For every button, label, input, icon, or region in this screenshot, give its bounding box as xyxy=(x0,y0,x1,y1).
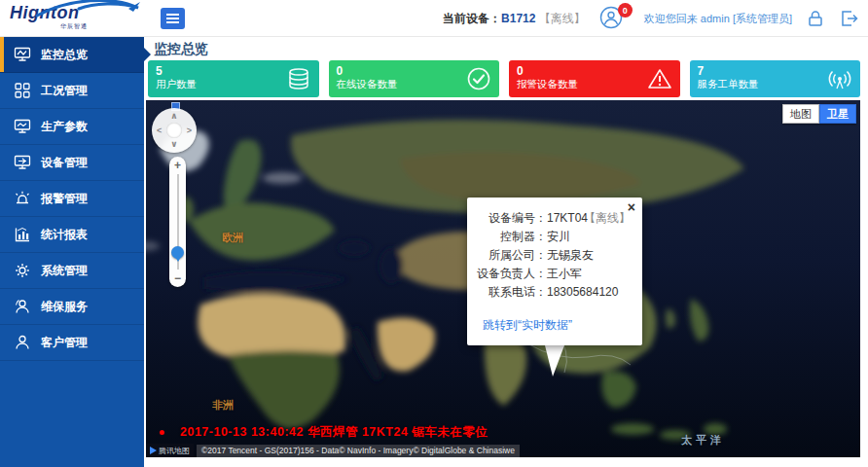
popup-row-controller: 控制器： 安川 xyxy=(475,228,633,246)
stat-card-online-devices: 0 在线设备数量 xyxy=(329,60,500,97)
warning-triangle-icon xyxy=(647,66,672,91)
database-icon xyxy=(286,66,311,91)
sidebar-item-maintenance-service[interactable]: 维保服务 xyxy=(0,289,144,325)
menu-toggle-button[interactable] xyxy=(161,8,185,29)
user-notification-button[interactable]: 0 xyxy=(599,6,625,31)
map-attribution: 腾讯地图 ©2017 Tencent - GS(2017)156 - Data©… xyxy=(146,444,520,457)
ticker-bullet-icon xyxy=(160,430,164,435)
sidebar-item-label: 系统管理 xyxy=(41,263,88,279)
popup-device-status: 【离线】 xyxy=(584,209,631,228)
bar-chart-icon xyxy=(14,226,31,243)
sidebar-item-work-condition[interactable]: 工况管理 xyxy=(0,73,144,109)
sidebar-item-label: 报警管理 xyxy=(41,191,88,207)
pan-center-button[interactable] xyxy=(166,123,182,138)
brand-logo: Hignton 华辰智通 xyxy=(10,3,144,36)
pan-down-button[interactable]: ∨ xyxy=(170,140,177,149)
device-info-popup: × 设备编号： 17KT04 【离线】 控制器： 安川 所属公司： 无锡泉友 设… xyxy=(467,198,642,345)
page-title: 监控总览 xyxy=(154,41,208,58)
popup-row-owner: 设备负责人： 王小军 xyxy=(475,265,633,283)
popup-row-device-id: 设备编号： 17KT04 【离线】 xyxy=(475,209,633,228)
pan-up-button[interactable]: ∧ xyxy=(170,112,177,121)
map-type-toggle: 地图 卫星 xyxy=(782,104,856,124)
attribution-text: ©2017 Tencent - GS(2017)156 - Data© NavI… xyxy=(197,445,520,457)
sidebar-item-customer-management[interactable]: 客户管理 xyxy=(0,325,144,361)
top-header: Hignton 华辰智通 当前设备：B1712 【离线】 0 欢迎您回来 adm… xyxy=(0,0,868,37)
sidebar-item-label: 工况管理 xyxy=(41,83,88,99)
map-label-africa: 非洲 xyxy=(212,398,234,413)
sidebar-item-label: 生产参数 xyxy=(41,119,88,135)
sidebar-item-label: 监控总览 xyxy=(41,47,88,63)
sidebar-item-statistics-report[interactable]: 统计报表 xyxy=(0,217,144,253)
current-device-label: 当前设备： xyxy=(443,12,501,25)
broadcast-icon xyxy=(827,66,852,91)
current-device-info: 当前设备：B1712 【离线】 xyxy=(443,11,586,27)
satellite-view-button[interactable]: 卫星 xyxy=(819,104,856,124)
sidebar-item-system-management[interactable]: 系统管理 xyxy=(0,253,144,289)
alarm-siren-icon xyxy=(14,190,31,207)
ticker-message: 2017-10-13 13:40:42 华西焊管 17KT24 锯车未在零位 xyxy=(180,424,488,441)
map-label-europe: 欧洲 xyxy=(222,231,243,245)
brand-subtitle: 华辰智通 xyxy=(60,22,88,31)
zoom-in-button[interactable]: + xyxy=(169,159,186,172)
world-map-panel: 欧洲 非洲 中 国 太平洋 ∧ ∨ < > + − 地图 卫星 × 设备编号： … xyxy=(146,100,860,457)
sidebar-item-label: 客户管理 xyxy=(41,335,88,351)
current-device-status: 【离线】 xyxy=(539,12,586,25)
stat-cards-row: 5 用户数量 0 在线设备数量 0 报警设备数量 7 服务工单数量 xyxy=(148,60,860,97)
monitor-overview-icon xyxy=(14,46,31,63)
popup-row-phone: 联系电话： 18305684120 xyxy=(475,283,633,302)
notification-badge: 0 xyxy=(618,3,633,18)
sidebar-item-label: 统计报表 xyxy=(41,227,88,243)
user-role: [系统管理员] xyxy=(733,13,792,24)
map-view-button[interactable]: 地图 xyxy=(782,104,819,124)
alarm-ticker: 2017-10-13 13:40:42 华西焊管 17KT24 锯车未在零位 xyxy=(160,424,488,441)
sidebar-item-label: 设备管理 xyxy=(41,155,88,171)
logo-swoosh-icon xyxy=(35,0,142,18)
sidebar-nav: 监控总览 工况管理 生产参数 设备管理 报警管理 统计报表 系统管理 xyxy=(0,37,144,467)
welcome-text: 欢迎您回来 admin [系统管理员] xyxy=(644,12,792,26)
lock-icon[interactable] xyxy=(806,9,825,28)
sidebar-item-device-management[interactable]: 设备管理 xyxy=(0,145,144,181)
device-management-icon xyxy=(14,154,31,171)
map-label-pacific: 太平洋 xyxy=(681,433,725,448)
hamburger-icon xyxy=(166,14,179,16)
gear-icon xyxy=(14,262,31,279)
logout-icon[interactable] xyxy=(839,9,858,28)
stat-card-work-orders: 7 服务工单数量 xyxy=(690,60,861,97)
pan-left-button[interactable]: < xyxy=(157,126,162,135)
sidebar-item-monitor-overview[interactable]: 监控总览 xyxy=(0,37,144,73)
production-params-icon xyxy=(14,118,31,135)
zoom-knob[interactable] xyxy=(171,246,184,259)
pan-right-button[interactable]: > xyxy=(187,126,192,135)
check-circle-icon xyxy=(466,66,491,91)
grid-icon xyxy=(14,82,31,99)
maintenance-person-icon xyxy=(14,298,31,315)
sidebar-item-production-params[interactable]: 生产参数 xyxy=(0,109,144,145)
customer-person-icon xyxy=(14,334,31,351)
current-device-value: B1712 xyxy=(501,12,535,25)
map-logo-icon xyxy=(150,447,157,454)
username: admin xyxy=(701,13,730,24)
stat-card-alarm-devices: 0 报警设备数量 xyxy=(509,60,680,97)
stat-card-users: 5 用户数量 xyxy=(148,60,319,97)
map-pan-control[interactable]: ∧ ∨ < > xyxy=(152,108,197,153)
sidebar-item-label: 维保服务 xyxy=(41,299,88,315)
map-zoom-slider[interactable]: + − xyxy=(169,157,186,287)
tencent-map-logo: 腾讯地图 xyxy=(146,444,194,457)
sidebar-item-alarm-management[interactable]: 报警管理 xyxy=(0,181,144,217)
realtime-data-link[interactable]: 跳转到“实时数据” xyxy=(483,317,572,334)
zoom-out-button[interactable]: − xyxy=(169,271,186,285)
popup-row-company: 所属公司： 无锡泉友 xyxy=(475,246,633,265)
